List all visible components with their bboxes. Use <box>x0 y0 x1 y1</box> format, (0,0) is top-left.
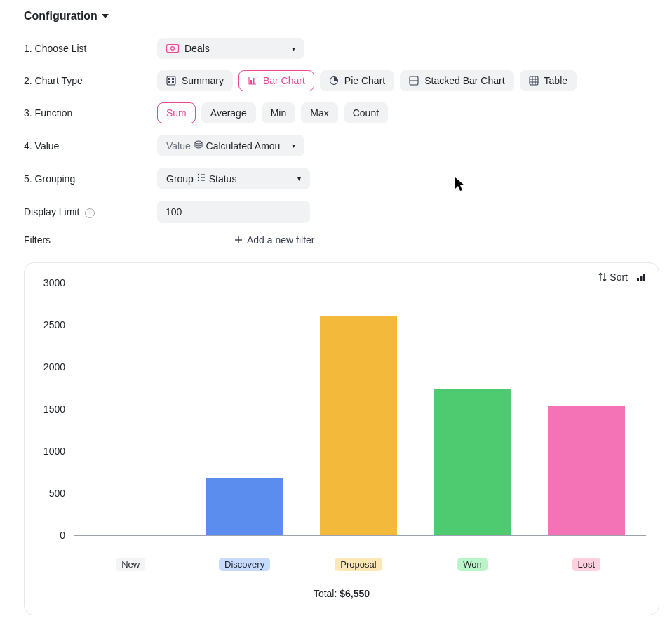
x-label-discovery[interactable]: Discovery <box>219 558 270 571</box>
bar-discovery[interactable] <box>206 478 283 535</box>
row-num: 2. <box>24 75 32 86</box>
svg-point-17 <box>195 141 202 144</box>
row-label: Choose List <box>35 43 87 54</box>
config-row-choose-list: 1. Choose List Deals ▾ <box>24 38 659 59</box>
svg-rect-6 <box>172 81 174 83</box>
summary-icon <box>166 76 176 86</box>
y-tick: 3000 <box>37 277 65 288</box>
config-row-value: 4. Value Value Calculated Amou ▾ <box>24 135 659 156</box>
bar-proposal[interactable] <box>320 316 397 535</box>
svg-rect-7 <box>250 80 252 84</box>
deals-icon <box>166 44 179 53</box>
row-label: Chart Type <box>35 75 83 86</box>
chart-type-bar[interactable]: Bar Chart <box>238 70 314 91</box>
row-num: 1. <box>24 43 32 54</box>
list-select[interactable]: Deals ▾ <box>157 38 304 59</box>
configuration-title: Configuration <box>24 10 98 22</box>
config-row-display-limit: Display Limit i <box>24 201 659 223</box>
svg-rect-4 <box>172 78 174 80</box>
svg-rect-5 <box>168 81 170 83</box>
y-tick: 1000 <box>37 445 65 457</box>
configuration-header[interactable]: Configuration <box>24 10 659 22</box>
pie-chart-icon <box>329 76 339 86</box>
x-label-lost[interactable]: Lost <box>572 558 601 571</box>
stacked-bar-icon <box>409 76 419 86</box>
chevron-down-icon: ▾ <box>292 142 295 149</box>
svg-point-19 <box>198 177 199 178</box>
bar-lost[interactable] <box>548 406 625 535</box>
config-row-filters: Filters Add a new filter <box>24 234 659 246</box>
svg-rect-28 <box>643 274 645 281</box>
config-row-chart-type: 2. Chart Type Summary Bar Chart Pie Char… <box>24 70 659 91</box>
svg-rect-2 <box>167 76 175 85</box>
value-select[interactable]: Value Calculated Amou ▾ <box>157 135 304 156</box>
svg-rect-3 <box>168 78 170 80</box>
row-num: 4. <box>24 140 32 152</box>
list-icon <box>196 173 206 182</box>
group-select[interactable]: Group Status ▾ <box>157 168 310 189</box>
y-tick: 2000 <box>37 361 65 373</box>
function-average[interactable]: Average <box>201 102 256 123</box>
config-row-grouping: 5. Grouping Group Status ▾ <box>24 168 659 189</box>
value-select-key: Value <box>166 140 191 152</box>
row-label: Function <box>35 107 73 119</box>
list-select-value: Deals <box>184 43 210 54</box>
bar-won[interactable] <box>434 389 511 535</box>
chevron-down-icon: ▾ <box>292 45 295 53</box>
plus-icon <box>234 236 243 244</box>
function-count[interactable]: Count <box>344 102 388 123</box>
display-limit-input[interactable] <box>157 201 310 223</box>
add-filter-button[interactable]: Add a new filter <box>234 234 315 246</box>
group-select-key: Group <box>166 173 194 185</box>
function-sum[interactable]: Sum <box>157 102 196 123</box>
svg-point-1 <box>171 47 175 51</box>
chart-type-summary[interactable]: Summary <box>157 70 233 91</box>
x-label-won[interactable]: Won <box>457 558 488 571</box>
chart-card: Sort 050010001500200025003000 NewDiscove… <box>24 262 659 615</box>
chart-plot: 050010001500200025003000 <box>37 283 646 549</box>
sort-icon <box>598 272 607 282</box>
x-label-new[interactable]: New <box>116 558 145 571</box>
svg-rect-0 <box>167 45 179 53</box>
chart-type-pie[interactable]: Pie Chart <box>320 70 394 91</box>
bar-chart-icon <box>248 76 257 86</box>
row-label: Value <box>35 140 60 152</box>
chart-type-table[interactable]: Table <box>520 70 577 91</box>
svg-rect-8 <box>253 78 254 84</box>
y-tick: 2500 <box>37 319 65 330</box>
row-num: 5. <box>24 173 32 185</box>
table-icon <box>529 76 539 86</box>
y-tick: 0 <box>37 530 65 541</box>
svg-rect-12 <box>530 76 538 85</box>
chart-type-stacked-bar[interactable]: Stacked Bar Chart <box>400 70 513 91</box>
row-label: Grouping <box>35 173 76 185</box>
group-select-value: Status <box>209 173 237 185</box>
svg-point-18 <box>198 174 199 175</box>
row-label: Filters <box>24 234 51 246</box>
value-select-value: Calculated Amou <box>206 140 281 152</box>
row-label: Display Limit <box>24 206 79 217</box>
y-tick: 1500 <box>37 403 65 415</box>
svg-rect-26 <box>637 278 639 281</box>
function-min[interactable]: Min <box>262 102 296 123</box>
row-num: 3. <box>24 107 32 119</box>
svg-rect-27 <box>640 276 643 281</box>
chart-total-amount: $6,550 <box>340 588 370 599</box>
function-max[interactable]: Max <box>301 102 337 123</box>
bar-size-icon[interactable] <box>636 272 646 282</box>
svg-point-20 <box>198 180 199 181</box>
chart-total: Total: $6,550 <box>37 588 646 599</box>
info-icon: i <box>85 208 95 218</box>
sort-button[interactable]: Sort <box>598 272 628 283</box>
currency-icon <box>194 140 203 149</box>
config-row-function: 3. Function Sum Average Min Max Count <box>24 102 659 123</box>
chevron-down-icon: ▾ <box>297 175 301 182</box>
y-tick: 500 <box>37 488 65 499</box>
caret-down-icon <box>102 13 109 20</box>
x-label-proposal[interactable]: Proposal <box>335 558 382 571</box>
